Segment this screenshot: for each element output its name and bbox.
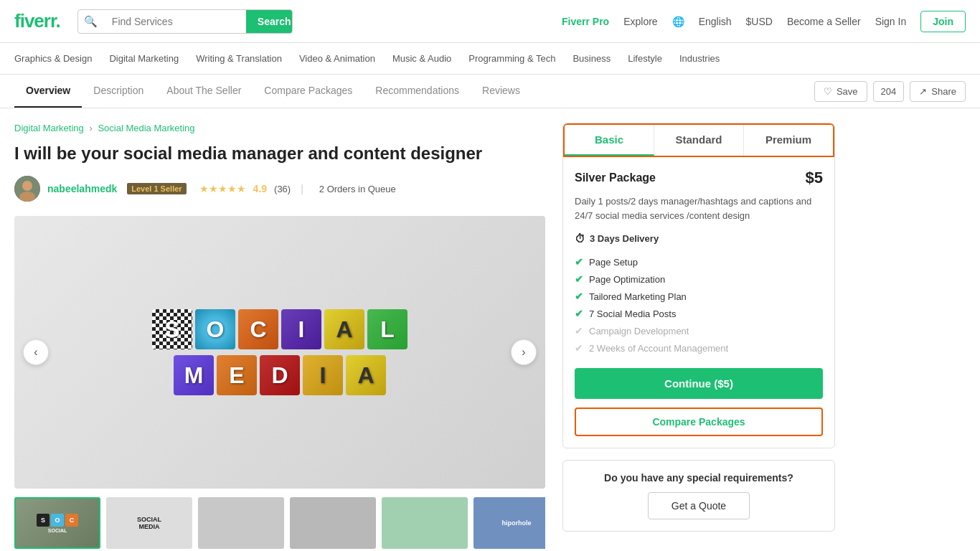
header: fiverr. 🔍 Search Fiverr Pro Explore 🌐 En… — [0, 0, 980, 43]
globe-icon: 🌐 — [672, 16, 684, 27]
cat-music[interactable]: Music & Audio — [392, 53, 451, 64]
svg-point-1 — [22, 181, 32, 191]
feature-3: ✔ Tailored Marketing Plan — [575, 288, 823, 305]
pipe-separator: | — [301, 183, 303, 194]
compare-packages-button[interactable]: Compare Packages — [575, 408, 823, 436]
breadcrumb-subcategory[interactable]: Social Media Marketing — [98, 123, 194, 133]
seller-level-badge: Level 1 Seller — [127, 183, 186, 194]
letter-e: E — [217, 355, 257, 395]
quote-title: Do you have any special requirements? — [575, 472, 823, 484]
feature-label-1: Page Setup — [589, 257, 638, 268]
become-seller-link[interactable]: Become a Seller — [787, 16, 861, 27]
package-description: Daily 1 posts/2 days manager/hashtags an… — [575, 194, 823, 222]
language-link[interactable]: English — [699, 16, 732, 27]
letter-d: D — [260, 355, 300, 395]
pkg-tab-premium[interactable]: Premium — [744, 125, 833, 156]
letter-a: A — [324, 309, 364, 349]
cat-programming[interactable]: Programming & Tech — [468, 53, 555, 64]
main-image: S O C I A L M E D I A ‹ — [14, 216, 545, 489]
package-name: Silver Package — [575, 171, 656, 184]
category-nav: Graphics & Design Digital Marketing Writ… — [0, 43, 980, 75]
word-social: S O C I A L — [152, 309, 407, 349]
letter-o: O — [195, 309, 235, 349]
share-label: Share — [931, 86, 956, 97]
pkg-tab-standard[interactable]: Standard — [654, 125, 744, 156]
tab-about-seller[interactable]: About The Seller — [155, 75, 253, 108]
feature-label-6: 2 Weeks of Account Management — [589, 343, 728, 354]
check-icon-2: ✔ — [575, 273, 583, 285]
cat-video[interactable]: Video & Animation — [299, 53, 375, 64]
save-button[interactable]: ♡ Save — [814, 81, 867, 102]
heart-icon: ♡ — [824, 86, 832, 97]
feature-label-5: Campaign Development — [589, 326, 689, 336]
breadcrumb-category[interactable]: Digital Marketing — [14, 123, 84, 133]
check-icon-1: ✔ — [575, 256, 583, 268]
check-icon-5: ✔ — [575, 325, 583, 336]
tab-reviews[interactable]: Reviews — [471, 75, 532, 108]
get-quote-button[interactable]: Get a Quote — [648, 492, 750, 519]
letter-i2: I — [303, 355, 343, 395]
letter-c: C — [238, 309, 278, 349]
explore-link[interactable]: Explore — [623, 16, 657, 27]
share-button[interactable]: ↗ Share — [910, 81, 966, 102]
gallery-prev-button[interactable]: ‹ — [23, 339, 49, 365]
letter-m: M — [174, 355, 214, 395]
cat-lifestyle[interactable]: Lifestyle — [628, 53, 662, 64]
join-button[interactable]: Join — [920, 11, 966, 32]
cat-industries[interactable]: Industries — [679, 53, 720, 64]
thumb-1[interactable]: S O C SOCIAL — [14, 497, 100, 549]
quote-box: Do you have any special requirements? Ge… — [562, 460, 835, 532]
header-nav: Fiverr Pro Explore 🌐 English $USD Become… — [562, 11, 966, 32]
sign-in-link[interactable]: Sign In — [875, 16, 907, 27]
logo[interactable]: fiverr. — [14, 10, 60, 32]
thumb-2[interactable]: SOCIALMEDIA — [106, 497, 192, 549]
delivery-info: ⏱ 3 Days Delivery — [575, 232, 823, 245]
breadcrumb: Digital Marketing › Social Media Marketi… — [14, 123, 545, 133]
star-rating: ★★★★★ — [199, 183, 246, 194]
cat-graphics[interactable]: Graphics & Design — [14, 53, 92, 64]
cat-digital-marketing[interactable]: Digital Marketing — [109, 53, 179, 64]
search-input[interactable] — [103, 10, 246, 33]
gallery-next-button[interactable]: › — [511, 339, 537, 365]
search-button[interactable]: Search — [246, 10, 293, 33]
feature-1: ✔ Page Setup — [575, 253, 823, 270]
check-icon-3: ✔ — [575, 291, 583, 302]
thumb-4[interactable] — [290, 497, 376, 549]
feature-label-4: 7 Social Media Posts — [589, 309, 676, 319]
letter-a2: A — [346, 355, 386, 395]
cat-business[interactable]: Business — [573, 53, 611, 64]
gig-title: I will be your social media manager and … — [14, 142, 545, 164]
thumbnail-strip: S O C SOCIAL SOCIALMEDIA hiporhole › — [14, 497, 545, 549]
fiverr-pro-link[interactable]: Fiverr Pro — [562, 16, 609, 27]
tab-compare-packages[interactable]: Compare Packages — [253, 75, 364, 108]
currency-link[interactable]: $USD — [746, 16, 773, 27]
tab-overview[interactable]: Overview — [14, 75, 82, 108]
cat-writing[interactable]: Writing & Translation — [196, 53, 282, 64]
page-tabs: Overview Description About The Seller Co… — [0, 75, 980, 108]
right-column: Basic Standard Premium Silver Package $5… — [562, 123, 835, 549]
check-icon-6: ✔ — [575, 342, 583, 354]
delivery-text: 3 Days Delivery — [590, 233, 659, 244]
feature-label-3: Tailored Marketing Plan — [589, 291, 687, 302]
feature-list: ✔ Page Setup ✔ Page Optimization ✔ Tailo… — [575, 253, 823, 357]
rating-value: 4.9 — [253, 183, 267, 194]
thumb-6[interactable]: hiporhole — [473, 497, 545, 549]
save-label: Save — [837, 86, 858, 97]
check-icon-4: ✔ — [575, 308, 583, 319]
thumb-5[interactable] — [382, 497, 468, 549]
feature-label-2: Page Optimization — [589, 274, 665, 285]
package-box: Basic Standard Premium Silver Package $5… — [562, 123, 835, 448]
package-content: Silver Package $5 Daily 1 posts/2 days m… — [563, 157, 834, 448]
pkg-tab-basic[interactable]: Basic — [565, 125, 654, 156]
share-icon: ↗ — [919, 86, 927, 97]
feature-4: ✔ 7 Social Media Posts — [575, 305, 823, 322]
tab-description[interactable]: Description — [82, 75, 155, 108]
continue-button[interactable]: Continue ($5) — [575, 368, 823, 399]
thumb-3[interactable] — [198, 497, 284, 549]
package-tabs: Basic Standard Premium — [563, 123, 834, 157]
tab-recommendations[interactable]: Recommendations — [364, 75, 471, 108]
word-media: M E D I A — [174, 355, 386, 395]
seller-name[interactable]: nabeelahmedk — [47, 183, 117, 194]
feature-5: ✔ Campaign Development — [575, 322, 823, 339]
breadcrumb-separator: › — [89, 123, 95, 133]
